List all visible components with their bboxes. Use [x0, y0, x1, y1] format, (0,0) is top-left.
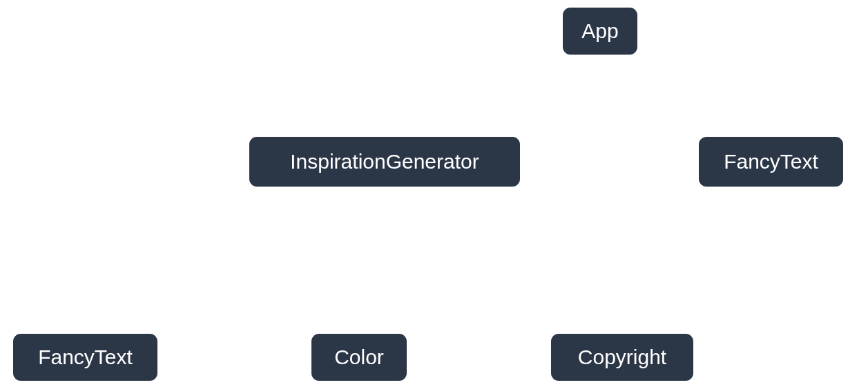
edge-label-ig-to-color: renders? — [276, 240, 342, 260]
node-fancytext-left: FancyText — [11, 332, 160, 383]
node-inspiration-generator: InspirationGenerator — [247, 135, 522, 189]
node-label: InspirationGenerator — [290, 150, 479, 173]
node-fancytext-right: FancyText — [697, 135, 845, 189]
node-label: FancyText — [724, 150, 818, 173]
node-app: App — [561, 6, 639, 57]
node-label: FancyText — [38, 346, 133, 369]
node-label: Color — [334, 346, 384, 369]
node-label: App — [581, 19, 618, 43]
edge-label-app-to-ig: renders — [459, 83, 515, 102]
edges-layer — [0, 0, 868, 387]
diagram-canvas: App InspirationGenerator FancyText Fancy… — [0, 0, 868, 387]
node-copyright: Copyright — [549, 332, 695, 383]
edge-label-ig-to-ft: renders? — [131, 240, 197, 260]
edge-label-ig-to-copyright: renders — [566, 242, 622, 261]
edge-label-app-to-ft: renders — [657, 83, 713, 102]
node-label: Copyright — [578, 346, 666, 369]
node-color: Color — [309, 332, 409, 383]
